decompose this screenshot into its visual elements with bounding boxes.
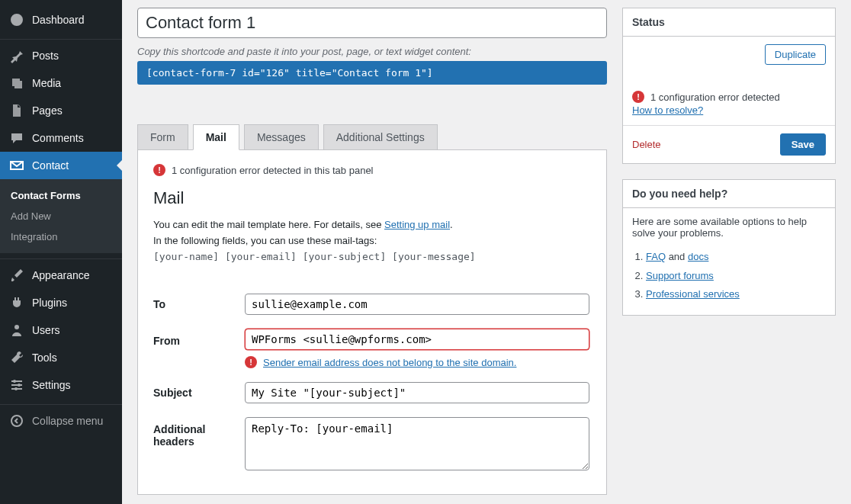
- menu-label: Dashboard: [32, 14, 85, 26]
- svg-point-4: [11, 416, 22, 426]
- pin-icon: [9, 48, 24, 63]
- help-box: Do you need help? Here are some availabl…: [622, 179, 836, 316]
- menu-label: Users: [32, 324, 60, 336]
- sidebar-collapse[interactable]: Collapse menu: [0, 407, 122, 435]
- from-error-link[interactable]: Sender email address does not belong to …: [263, 357, 516, 368]
- submenu-item-integration[interactable]: Integration: [0, 226, 122, 247]
- mail-heading: Mail: [153, 188, 591, 208]
- tab-additional-settings[interactable]: Additional Settings: [323, 124, 438, 149]
- shortcode-hint: Copy this shortcode and paste it into yo…: [137, 46, 607, 57]
- status-box: Status Duplicate ! 1 configuration error…: [622, 8, 836, 164]
- comment-icon: [9, 130, 24, 146]
- setting-up-mail-link[interactable]: Setting up mail: [384, 219, 450, 230]
- tab-nav: Form Mail Messages Additional Settings: [137, 124, 607, 149]
- submenu-item-add-new[interactable]: Add New: [0, 206, 122, 226]
- mail-tags: [your-name] [your-email] [your-subject] …: [153, 251, 476, 262]
- menu-label: Tools: [32, 352, 57, 364]
- menu-label: Pages: [32, 104, 63, 117]
- menu-label: Plugins: [32, 297, 67, 309]
- tab-error-text: 1 configuration error detected in this t…: [172, 165, 374, 176]
- menu-label: Appearance: [32, 269, 90, 281]
- delete-link[interactable]: Delete: [632, 139, 661, 150]
- help-item-faq-docs: FAQ and docs: [646, 248, 826, 267]
- collapse-icon: [9, 413, 24, 429]
- status-title: Status: [623, 8, 835, 37]
- save-button[interactable]: Save: [780, 133, 826, 156]
- sidebar-item-pages[interactable]: Pages: [0, 97, 122, 124]
- media-icon: [9, 75, 24, 91]
- help-item-forums: Support forums: [646, 267, 826, 286]
- sidebar-item-users[interactable]: Users: [0, 316, 122, 344]
- sidebar-item-media[interactable]: Media: [0, 69, 122, 97]
- status-error-text: 1 configuration error detected: [650, 91, 780, 103]
- sidebar-item-posts[interactable]: Posts: [0, 42, 122, 69]
- subject-input[interactable]: [245, 382, 589, 403]
- to-input[interactable]: [245, 294, 589, 315]
- forums-link[interactable]: Support forums: [646, 270, 714, 281]
- error-icon: !: [632, 91, 644, 103]
- sidebar-submenu-contact: Contact Forms Add New Integration: [0, 179, 122, 253]
- duplicate-button[interactable]: Duplicate: [765, 44, 826, 65]
- admin-sidebar: Dashboard Posts Media Pages Comments Con…: [0, 0, 122, 504]
- faq-link[interactable]: FAQ: [646, 251, 666, 262]
- envelope-icon: [9, 158, 24, 173]
- help-item-pro: Professional services: [646, 285, 826, 304]
- page-icon: [9, 103, 24, 118]
- svg-point-2: [18, 384, 21, 387]
- tab-messages[interactable]: Messages: [244, 124, 319, 149]
- help-intro: Here are some available options to help …: [632, 216, 826, 239]
- additional-headers-input[interactable]: Reply-To: [your-email]: [245, 417, 589, 470]
- menu-label: Posts: [32, 50, 59, 62]
- plug-icon: [9, 295, 24, 310]
- from-label: From: [153, 323, 245, 374]
- sidebar-item-comments[interactable]: Comments: [0, 124, 122, 152]
- mail-description: You can edit the mail template here. For…: [153, 217, 591, 265]
- dashboard-icon: [9, 12, 24, 27]
- tab-form[interactable]: Form: [137, 124, 188, 149]
- pro-services-link[interactable]: Professional services: [646, 288, 740, 300]
- sliders-icon: [9, 377, 24, 393]
- user-icon: [9, 323, 24, 338]
- sidebar-item-settings[interactable]: Settings: [0, 371, 122, 399]
- svg-point-1: [13, 380, 16, 383]
- shortcode-display[interactable]: [contact-form-7 id="126" title="Contact …: [137, 61, 607, 85]
- menu-label: Contact: [32, 159, 69, 172]
- wrench-icon: [9, 350, 24, 365]
- help-title: Do you need help?: [623, 180, 835, 208]
- how-to-resolve-link[interactable]: How to resolve?: [632, 104, 826, 116]
- svg-point-3: [14, 387, 18, 390]
- menu-label: Comments: [32, 132, 84, 144]
- to-label: To: [153, 286, 245, 323]
- sidebar-item-plugins[interactable]: Plugins: [0, 289, 122, 316]
- menu-label: Media: [32, 77, 61, 89]
- sidebar-item-appearance[interactable]: Appearance: [0, 262, 122, 289]
- sidebar-item-contact[interactable]: Contact: [0, 152, 122, 179]
- menu-label: Settings: [32, 379, 71, 391]
- docs-link[interactable]: docs: [688, 251, 708, 262]
- mail-panel: ! 1 configuration error detected in this…: [137, 149, 607, 495]
- error-icon: !: [245, 356, 257, 368]
- tab-mail[interactable]: Mail: [193, 124, 239, 150]
- menu-label: Collapse menu: [32, 415, 103, 427]
- svg-point-0: [14, 325, 19, 329]
- brush-icon: [9, 268, 24, 283]
- sidebar-item-dashboard[interactable]: Dashboard: [0, 6, 122, 34]
- error-icon: !: [153, 164, 165, 176]
- from-input[interactable]: [245, 329, 589, 350]
- form-title-input[interactable]: [137, 8, 607, 38]
- sidebar-item-tools[interactable]: Tools: [0, 344, 122, 371]
- subject-label: Subject: [153, 374, 245, 411]
- additional-headers-label: Additional headers: [153, 411, 245, 479]
- submenu-item-contact-forms[interactable]: Contact Forms: [0, 185, 122, 206]
